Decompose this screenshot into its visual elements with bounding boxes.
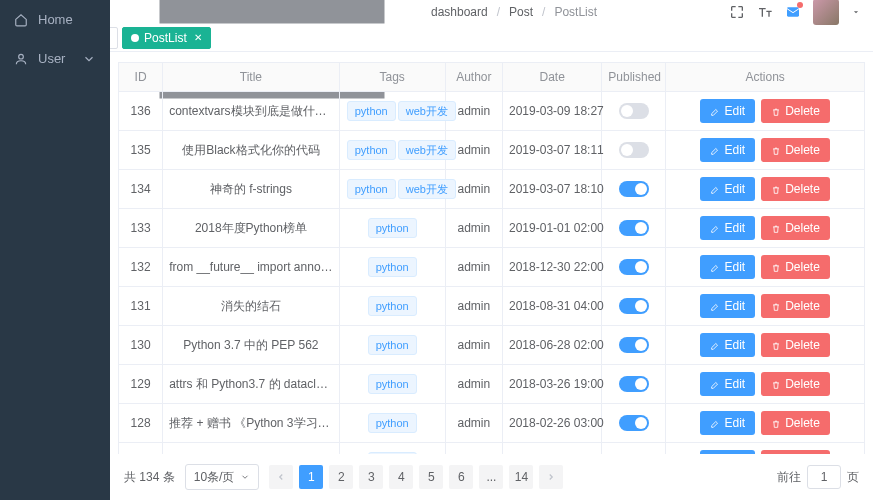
delete-button[interactable]: Delete — [761, 372, 830, 396]
cell-author: admin — [445, 365, 502, 404]
cell-tags: python — [339, 365, 445, 404]
published-toggle[interactable] — [619, 259, 649, 275]
delete-button[interactable]: Delete — [761, 411, 830, 435]
cell-id: 129 — [119, 365, 163, 404]
delete-button[interactable]: Delete — [761, 333, 830, 357]
sidebar-item-user[interactable]: User — [0, 39, 110, 78]
tab-profile[interactable]: Profile — [110, 27, 118, 49]
tag-web[interactable]: web开发 — [398, 140, 456, 160]
chevron-down-icon — [240, 472, 250, 482]
edit-button[interactable]: Edit — [700, 216, 755, 240]
cell-date: 2019-03-09 18:27 — [503, 92, 602, 131]
tag-python[interactable]: python — [368, 413, 417, 433]
delete-button[interactable]: Delete — [761, 138, 830, 162]
notification-dot — [797, 2, 803, 8]
cell-tags: python — [339, 326, 445, 365]
cell-actions: EditDelete — [666, 248, 865, 287]
page-number[interactable]: 6 — [449, 465, 473, 489]
delete-button[interactable]: Delete — [761, 216, 830, 240]
published-toggle[interactable] — [619, 415, 649, 431]
delete-button[interactable]: Delete — [761, 255, 830, 279]
cell-author: admin — [445, 287, 502, 326]
page-size-select[interactable]: 10条/页 — [185, 464, 260, 490]
cell-tags: pythonweb开发 — [339, 131, 445, 170]
tag-python[interactable]: python — [368, 374, 417, 394]
cell-actions: EditDelete — [666, 365, 865, 404]
cell-id: 131 — [119, 287, 163, 326]
cell-tags: python — [339, 287, 445, 326]
tag-web[interactable]: web开发 — [398, 101, 456, 121]
edit-button[interactable]: Edit — [700, 294, 755, 318]
cell-published — [602, 92, 666, 131]
tag-python[interactable]: python — [368, 218, 417, 238]
tag-python[interactable]: python — [368, 296, 417, 316]
total-count: 共 134 条 — [124, 469, 175, 486]
table-row: 129attrs 和 Python3.7 的 dataclassespython… — [119, 365, 865, 404]
page-number[interactable]: 1 — [299, 465, 323, 489]
edit-button[interactable]: Edit — [700, 372, 755, 396]
col-id: ID — [119, 63, 163, 92]
fullscreen-icon[interactable] — [729, 4, 745, 20]
tag-web[interactable]: web开发 — [398, 179, 456, 199]
close-icon[interactable]: ✕ — [194, 32, 202, 43]
sidebar-item-label: Home — [38, 12, 73, 27]
cell-published — [602, 248, 666, 287]
tag-python[interactable]: python — [347, 179, 396, 199]
page-number[interactable]: 5 — [419, 465, 443, 489]
delete-button[interactable]: Delete — [761, 99, 830, 123]
edit-button[interactable]: Edit — [700, 99, 755, 123]
published-toggle[interactable] — [619, 103, 649, 119]
message-icon[interactable] — [785, 4, 801, 20]
tab-postlist[interactable]: PostList ✕ — [122, 27, 211, 49]
tabs-bar: Home Profile PostList ✕ — [110, 24, 873, 52]
next-page[interactable] — [539, 465, 563, 489]
svg-point-0 — [19, 54, 24, 59]
goto-input[interactable] — [807, 465, 841, 489]
delete-button[interactable]: Delete — [761, 177, 830, 201]
prev-page[interactable] — [269, 465, 293, 489]
breadcrumb-item[interactable]: Post — [509, 5, 533, 19]
tag-python[interactable]: python — [347, 140, 396, 160]
trash-icon — [771, 145, 781, 155]
cell-date: 2018-02-01 05:00 — [503, 443, 602, 455]
pencil-icon — [710, 184, 720, 194]
tag-python[interactable]: python — [368, 257, 417, 277]
chevron-down-icon — [82, 52, 96, 66]
published-toggle[interactable] — [619, 142, 649, 158]
page-number[interactable]: 4 — [389, 465, 413, 489]
edit-button[interactable]: Edit — [700, 411, 755, 435]
cell-id: 132 — [119, 248, 163, 287]
published-toggle[interactable] — [619, 376, 649, 392]
published-toggle[interactable] — [619, 337, 649, 353]
sidebar-item-home[interactable]: Home — [0, 0, 110, 39]
edit-button[interactable]: Edit — [700, 138, 755, 162]
edit-button[interactable]: Edit — [700, 177, 755, 201]
font-size-icon[interactable] — [757, 4, 773, 20]
cell-actions: EditDelete — [666, 170, 865, 209]
tag-python[interactable]: python — [368, 335, 417, 355]
page-number[interactable]: 2 — [329, 465, 353, 489]
trash-icon — [771, 223, 781, 233]
table-header-row: ID Title Tags Author Date Published Acti… — [119, 63, 865, 92]
published-toggle[interactable] — [619, 181, 649, 197]
edit-button[interactable]: Edit — [700, 255, 755, 279]
cell-published — [602, 443, 666, 455]
tag-python[interactable]: python — [347, 101, 396, 121]
trash-icon — [771, 184, 781, 194]
caret-down-icon[interactable] — [851, 4, 861, 20]
trash-icon — [771, 379, 781, 389]
topbar: dashboard / Post / PostList — [110, 0, 873, 24]
cell-tags: python — [339, 404, 445, 443]
edit-button[interactable]: Edit — [700, 333, 755, 357]
published-toggle[interactable] — [619, 220, 649, 236]
avatar[interactable] — [813, 0, 839, 25]
pencil-icon — [710, 418, 720, 428]
trash-icon — [771, 340, 781, 350]
page-number[interactable]: 3 — [359, 465, 383, 489]
breadcrumb-item[interactable]: dashboard — [431, 5, 488, 19]
page-number[interactable]: 14 — [509, 465, 533, 489]
cell-published — [602, 404, 666, 443]
table-row: 136contextvars模块到底是做什么的?pythonweb开发admin… — [119, 92, 865, 131]
published-toggle[interactable] — [619, 298, 649, 314]
delete-button[interactable]: Delete — [761, 294, 830, 318]
